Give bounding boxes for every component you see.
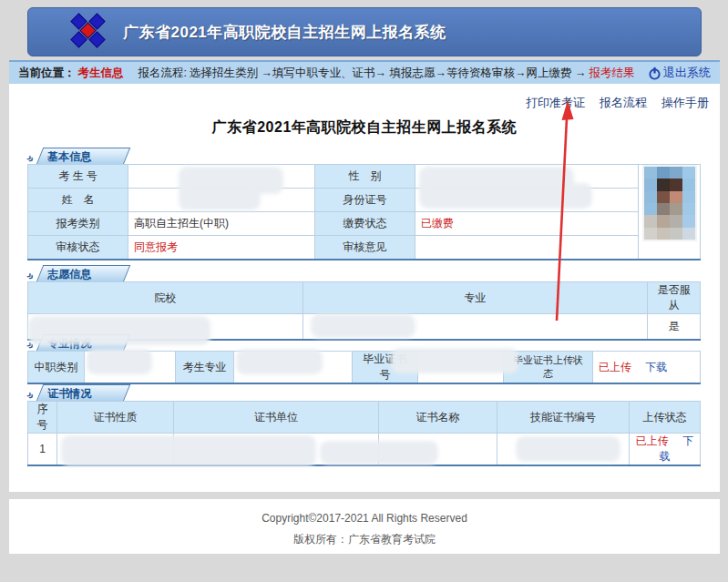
category-label: 报考类别: [28, 212, 128, 236]
power-icon: [648, 66, 661, 80]
redacted-value: [311, 314, 415, 338]
section-volunteer-info: » 志愿信息 院校 专业 是否服从 是: [27, 265, 700, 341]
app-title: 广东省2021年高职院校自主招生网上报名系统: [123, 22, 446, 43]
section-tab-basic-info: 基本信息: [36, 148, 124, 164]
logout-button[interactable]: 退出系统: [648, 65, 711, 81]
owner-line: 版权所有：广东省教育考试院: [9, 532, 720, 547]
section-basic-info: » 基本信息 考 生 号 性 别 姓 名 身份证号: [27, 148, 700, 260]
audit-opinion-value: [415, 236, 639, 260]
table-row: 审核状态 同意报考 审核意见: [28, 236, 701, 260]
operation-manual-link[interactable]: 操作手册: [661, 95, 709, 111]
section-marker-icon: »: [25, 270, 36, 282]
redacted-value: [61, 435, 316, 466]
location-current: 考生信息: [78, 66, 124, 81]
section-cert-info: » 证书情况 序号 证书性质 证书单位 证书名称 技能证书编号 上传状态 1: [27, 384, 700, 466]
redacted-value: [391, 348, 518, 373]
col-cert-org: 证书单位: [174, 402, 379, 434]
table-header-row: 序号 证书性质 证书单位 证书名称 技能证书编号 上传状态: [28, 402, 701, 434]
col-upload-status: 上传状态: [630, 402, 701, 434]
footer: Copyright©2017-2021 All Rights Reserved …: [9, 499, 720, 554]
section-marker-icon: »: [25, 152, 36, 165]
audit-status-label: 审核状态: [28, 236, 128, 260]
cert-seq-value: 1: [28, 434, 57, 466]
col-skill-cert-no: 技能证书编号: [497, 402, 630, 434]
table-row: 姓 名 身份证号: [28, 189, 701, 212]
audit-status-value: 同意报考: [128, 236, 315, 260]
app-header: 广东省2021年高职院校自主招生网上报名系统: [27, 7, 702, 56]
cert-nature-value: [57, 434, 174, 466]
section-marker-icon: »: [25, 389, 36, 402]
section-tab-cert-info: 证书情况: [36, 384, 124, 401]
redacted-value: [28, 316, 210, 345]
col-obey: 是否服从: [648, 282, 701, 314]
col-seq: 序号: [28, 402, 57, 434]
vocational-type-label: 中职类别: [28, 352, 85, 384]
print-admission-ticket-link[interactable]: 打印准考证: [526, 95, 585, 111]
flow-result: 报考结果: [589, 66, 634, 81]
name-value: [128, 189, 315, 212]
app-logo-icon: [67, 13, 112, 51]
col-school: 院校: [28, 282, 303, 314]
page-title: 广东省2021年高职院校自主招生网上报名系统: [9, 118, 720, 138]
category-value: 高职自主招生(中职): [128, 212, 315, 236]
col-cert-name: 证书名称: [379, 402, 497, 434]
candidate-major-value: [234, 352, 353, 384]
col-cert-nature: 证书性质: [57, 402, 174, 434]
toolbar-links: 打印准考证 报名流程 操作手册: [526, 95, 709, 111]
volunteer-info-table: 院校 专业 是否服从 是: [27, 281, 701, 341]
copyright-line: Copyright©2017-2021 All Rights Reserved: [9, 512, 720, 525]
major-info-table: 中职类别 考生专业 毕业证书号 毕业证书上传状态 已上传 下载: [27, 351, 701, 384]
exam-no-label: 考 生 号: [28, 165, 128, 189]
diploma-no-value: [418, 352, 504, 384]
table-row: 中职类别 考生专业 毕业证书号 毕业证书上传状态 已上传 下载: [28, 352, 701, 384]
id-value: [415, 189, 639, 212]
download-link[interactable]: 下载: [645, 361, 667, 373]
redacted-value: [419, 183, 592, 209]
upload-status: 已上传: [599, 361, 631, 373]
flow-label: 报名流程:: [138, 66, 187, 81]
upload-status: 已上传: [636, 434, 669, 447]
logout-label: 退出系统: [663, 65, 711, 81]
pay-status-label: 缴费状态: [315, 212, 415, 236]
table-header-row: 院校 专业 是否服从: [28, 282, 701, 314]
nav-bar: 当前位置： 考生信息 报名流程: 选择招生类别 →填写中职专业、证书→ 填报志愿…: [9, 60, 720, 84]
vocational-type-value: [85, 352, 176, 384]
col-major: 专业: [303, 282, 648, 314]
candidate-photo: [644, 167, 695, 240]
basic-info-table: 考 生 号 性 别 姓 名 身份证号 报考类别 高职自主招生(中职) 缴费状态 …: [27, 164, 701, 260]
candidate-major-label: 考生专业: [176, 352, 234, 384]
candidate-photo-cell: [639, 165, 701, 260]
skill-cert-no-value: [497, 434, 630, 466]
breadcrumb: 当前位置： 考生信息 报名流程: 选择招生类别 →填写中职专业、证书→ 填报志愿…: [18, 66, 634, 81]
flow-steps: 选择招生类别 →填写中职专业、证书→ 填报志愿→等待资格审核→网上缴费 →: [190, 66, 586, 81]
pay-status-value: 已缴费: [415, 212, 639, 236]
table-row: 考 生 号 性 别: [28, 165, 701, 189]
redacted-value: [236, 349, 323, 374]
table-row: 1 已上传 下载: [28, 434, 701, 466]
gender-label: 性 别: [315, 165, 415, 189]
location-label: 当前位置：: [18, 66, 76, 81]
cert-upload-value: 已上传 下载: [630, 434, 701, 466]
redacted-value: [516, 436, 620, 462]
registration-flow-link[interactable]: 报名流程: [600, 95, 647, 111]
main-content: 打印准考证 报名流程 操作手册 广东省2021年高职院校自主招生网上报名系统 »…: [9, 84, 720, 492]
redacted-value: [179, 185, 261, 210]
table-row: 报考类别 高职自主招生(中职) 缴费状态 已缴费: [28, 212, 701, 236]
audit-opinion-label: 审核意见: [315, 236, 415, 260]
redacted-value: [320, 441, 438, 465]
section-tab-volunteer-info: 志愿信息: [36, 265, 124, 281]
id-label: 身份证号: [315, 189, 415, 212]
name-label: 姓 名: [28, 189, 128, 212]
redacted-value: [87, 349, 152, 374]
cert-info-table: 序号 证书性质 证书单位 证书名称 技能证书编号 上传状态 1 已上传 下载: [27, 401, 701, 466]
diploma-upload-value: 已上传 下载: [593, 352, 701, 384]
